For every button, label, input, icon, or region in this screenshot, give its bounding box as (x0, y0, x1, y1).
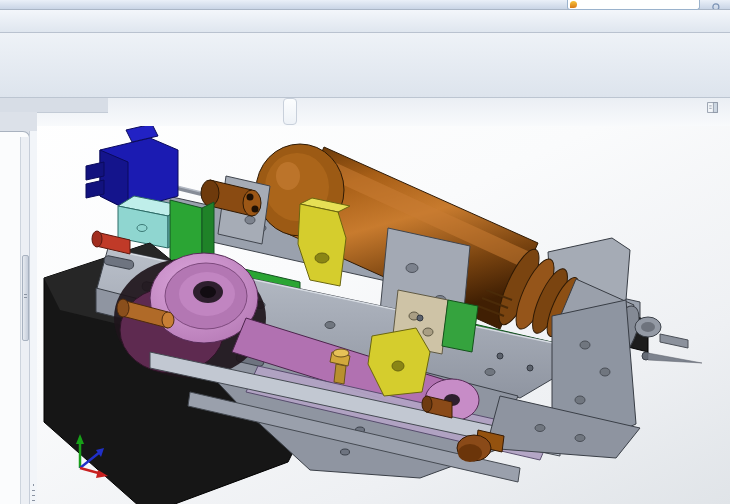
assembly-toolbar (0, 9, 730, 33)
feature-manager-panel (0, 112, 37, 504)
heads-up-view-toolbar (283, 98, 297, 125)
green-block[interactable] (442, 300, 478, 352)
splitter-grip-icon[interactable] (32, 483, 35, 504)
search-provider-icon (570, 1, 577, 8)
title-bar (0, 0, 730, 10)
viewport-top-strip (0, 95, 730, 126)
help-search-input[interactable] (567, 0, 700, 10)
tree-scrollbar[interactable] (20, 137, 29, 504)
scrollbar-thumb[interactable] (22, 255, 29, 341)
panel-splitter[interactable] (29, 131, 37, 504)
feature-tree-flyout (0, 131, 30, 504)
search-icon[interactable] (711, 0, 723, 9)
command-manager-ribbon (0, 33, 730, 98)
task-pane-icon[interactable] (706, 100, 719, 113)
feature-tree (0, 139, 20, 504)
solidworks-window (0, 0, 730, 504)
